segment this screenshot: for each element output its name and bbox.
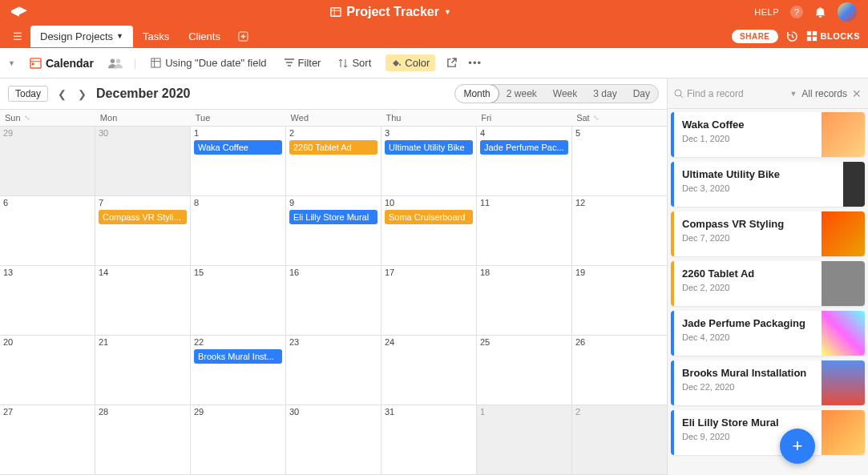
- calendar-cell[interactable]: 13: [0, 266, 95, 335]
- calendar-event[interactable]: Compass VR Styli...: [99, 210, 187, 224]
- bell-icon[interactable]: [814, 6, 826, 18]
- tab-clients[interactable]: Clients: [179, 26, 230, 47]
- menu-icon[interactable]: ☰: [8, 27, 27, 46]
- calendar-cell[interactable]: 4Jade Perfume Pac...: [477, 127, 572, 195]
- record-card[interactable]: Eli Lilly Store Mural Dec 9, 2020: [671, 410, 865, 455]
- people-icon[interactable]: [108, 58, 123, 69]
- record-card[interactable]: Waka Coffee Dec 1, 2020: [671, 112, 865, 157]
- record-card[interactable]: Jade Perfume Packaging Dec 4, 2020: [671, 311, 865, 356]
- expand-icon[interactable]: ⤡: [24, 114, 30, 122]
- calendar-cell[interactable]: 31: [382, 405, 477, 474]
- calendar-cell[interactable]: 21: [95, 336, 191, 405]
- share-button[interactable]: SHARE: [732, 30, 778, 43]
- view-switcher[interactable]: Calendar: [26, 54, 97, 72]
- share-view-icon[interactable]: [446, 58, 457, 68]
- calendar-cell[interactable]: 15: [191, 266, 286, 335]
- calendar-cell[interactable]: 24: [382, 336, 477, 405]
- date-field-button[interactable]: Using "Due date" field: [147, 54, 269, 71]
- view-option[interactable]: 3 day: [585, 85, 624, 103]
- calendar-cell[interactable]: 18: [477, 266, 572, 335]
- day-header: Mon: [95, 110, 191, 126]
- cell-date: 5: [575, 128, 664, 138]
- search-input[interactable]: Find a record: [674, 88, 785, 99]
- calendar-cell[interactable]: 16: [286, 266, 382, 335]
- today-button[interactable]: Today: [8, 86, 48, 102]
- expand-icon[interactable]: ⤡: [593, 114, 600, 122]
- calendar-cell[interactable]: 10Soma Cruiserboard: [382, 196, 477, 265]
- calendar-cell[interactable]: 30: [95, 127, 191, 195]
- calendar-cell[interactable]: 1Waka Coffee: [191, 127, 286, 195]
- record-date: Dec 1, 2020: [682, 134, 813, 143]
- calendar-cell[interactable]: 1: [477, 405, 572, 474]
- avatar[interactable]: [838, 2, 857, 22]
- add-tab-button[interactable]: [233, 28, 253, 45]
- calendar-cell[interactable]: 30: [286, 405, 382, 474]
- next-month-button[interactable]: ❯: [76, 87, 88, 102]
- tab-tasks[interactable]: Tasks: [133, 26, 179, 47]
- calendar-cell[interactable]: 14: [95, 266, 191, 335]
- history-icon[interactable]: [786, 30, 798, 42]
- view-option[interactable]: Month: [454, 84, 499, 103]
- tab-design-projects[interactable]: Design Projects▼: [30, 26, 133, 47]
- calendar-cell[interactable]: 9Eli Lilly Store Mural: [286, 196, 382, 265]
- record-card[interactable]: 2260 Tablet Ad Dec 2, 2020: [671, 261, 865, 306]
- calendar-cell[interactable]: 17: [382, 266, 477, 335]
- calendar-cell[interactable]: 28: [95, 405, 191, 474]
- calendar-event[interactable]: Soma Cruiserboard: [385, 210, 473, 224]
- calendar-cell[interactable]: 11: [477, 196, 572, 265]
- cell-date: 8: [194, 198, 282, 207]
- calendar-cell[interactable]: 23: [286, 336, 382, 405]
- calendar-event[interactable]: Jade Perfume Pac...: [480, 140, 568, 155]
- cell-date: 14: [99, 268, 187, 277]
- calendar-event[interactable]: Eli Lilly Store Mural: [289, 210, 377, 224]
- calendar-cell[interactable]: 27: [0, 405, 95, 474]
- calendar-event[interactable]: Waka Coffee: [194, 140, 282, 155]
- all-records-button[interactable]: All records: [801, 88, 847, 99]
- close-icon[interactable]: ✕: [852, 87, 862, 100]
- cell-date: 1: [480, 407, 568, 417]
- calendar-cell[interactable]: 5: [572, 127, 667, 195]
- calendar-cell[interactable]: 29: [0, 127, 95, 195]
- calendar-event[interactable]: Brooks Mural Inst...: [194, 349, 282, 364]
- color-button[interactable]: Color: [386, 54, 435, 71]
- collapse-icon[interactable]: ▼: [8, 59, 15, 67]
- calendar-event[interactable]: Ultimate Utility Bike: [385, 140, 473, 155]
- calendar-cell[interactable]: 8: [191, 196, 286, 265]
- calendar-cell[interactable]: 20: [0, 336, 95, 405]
- calendar-cell[interactable]: 22260 Tablet Ad: [286, 127, 382, 195]
- view-option[interactable]: Day: [625, 85, 658, 103]
- add-record-button[interactable]: +: [780, 429, 815, 464]
- view-option[interactable]: Week: [545, 85, 585, 103]
- help-link[interactable]: HELP: [754, 7, 779, 17]
- calendar-event[interactable]: 2260 Tablet Ad: [289, 140, 377, 155]
- calendar-cell[interactable]: 25: [477, 336, 572, 405]
- calendar-cell[interactable]: 29: [191, 405, 286, 474]
- calendar-cell[interactable]: 12: [572, 196, 667, 265]
- base-title[interactable]: Project Tracker ▼: [27, 5, 754, 19]
- record-card[interactable]: Compass VR Styling Dec 7, 2020: [671, 211, 865, 256]
- cell-date: 4: [480, 128, 568, 138]
- more-icon[interactable]: •••: [468, 57, 482, 69]
- record-name: Waka Coffee: [682, 119, 813, 131]
- calendar-cell[interactable]: 2: [572, 405, 667, 474]
- filter-button[interactable]: Filter: [281, 54, 325, 71]
- view-toggle[interactable]: Month2 weekWeek3 dayDay: [454, 84, 659, 103]
- sort-button[interactable]: Sort: [335, 54, 374, 71]
- calendar-cell[interactable]: 26: [572, 336, 667, 405]
- sort-icon: [338, 58, 348, 68]
- record-card[interactable]: Ultimate Utility Bike Dec 3, 2020: [671, 162, 865, 207]
- calendar-cell[interactable]: 22Brooks Mural Inst...: [191, 336, 286, 405]
- cell-date: 19: [575, 268, 664, 277]
- prev-month-button[interactable]: ❮: [56, 87, 68, 102]
- record-name: Brooks Mural Installation: [682, 367, 813, 379]
- blocks-button[interactable]: BLOCKS: [806, 30, 860, 42]
- help-icon[interactable]: ?: [790, 6, 803, 18]
- calendar-cell[interactable]: 6: [0, 196, 95, 265]
- calendar-cell[interactable]: 19: [572, 266, 667, 335]
- view-option[interactable]: 2 week: [499, 85, 545, 103]
- svg-rect-6: [806, 37, 810, 41]
- calendar-cell[interactable]: 7Compass VR Styli...: [95, 196, 191, 265]
- record-card[interactable]: Brooks Mural Installation Dec 22, 2020: [671, 360, 865, 405]
- calendar-cell[interactable]: 3Ultimate Utility Bike: [382, 127, 477, 195]
- cell-date: 2: [575, 407, 664, 417]
